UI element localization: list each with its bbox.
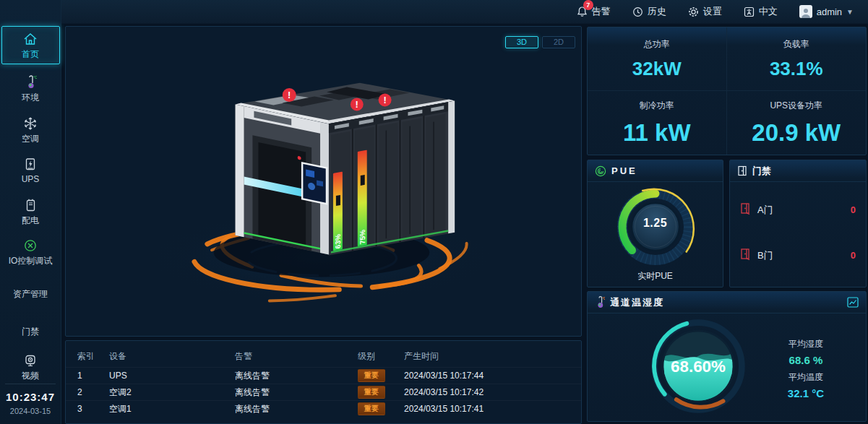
language-menu[interactable]: 中文 [744,5,778,18]
level-badge: 重要 [358,369,385,382]
camera-icon [24,353,37,368]
home-icon [23,32,38,46]
sidebar-item-ups[interactable]: UPS [1,154,60,187]
ups-battery-icon [25,157,36,171]
user-menu[interactable]: admin ▼ [799,5,854,18]
sidebar-item-label: 环境 [22,93,39,103]
cell-device: 空调2 [109,386,235,399]
rack-load-value: 63% [334,233,342,249]
cell-level: 重要 [358,402,404,415]
alarm-menu[interactable]: 告警 7 [577,5,611,18]
pue-caption: 实时PUE [637,270,673,282]
sidebar-item-video[interactable]: 视频 [1,351,60,384]
sidebar-item-label: IO控制调试 [9,256,53,266]
sidebar-item-access[interactable]: 门禁 [1,325,60,339]
pue-title: PUE [611,165,637,176]
cell-time: 2024/03/15 10:17:42 [404,387,581,397]
table-row[interactable]: 1 UPS 离线告警 重要 2024/03/15 10:17:44 [66,367,581,384]
door-open-icon [740,202,751,217]
alert-badge-icon: ! [383,95,386,105]
model-rack-row: 63% 75% [329,100,455,255]
cell-device: UPS [109,371,235,381]
cell-index: 1 [77,371,109,381]
stat-load-rate: 负载率 33.1% [727,27,867,91]
alert-badge-icon: ! [288,90,291,100]
door-icon [737,165,747,176]
sidebar: 首页 °C 环境 空调 UPS 配电 IO控制调试 资产管理 门禁 [0,0,61,424]
sidebar-item-home[interactable]: 首页 [1,26,60,64]
cell-level: 重要 [358,369,404,382]
sidebar-item-label: 空调 [22,134,39,144]
toggle-3d-button[interactable]: 3D [505,36,538,48]
alert-badge-icon: ! [356,99,358,110]
scene-panel: 63% 75% ! ! ! 3D 2D [65,26,582,337]
history-label: 历史 [648,5,666,18]
humidity-liquid-gauge: 68.60% [645,313,751,419]
gear-icon [688,7,699,17]
sidebar-clock: 10:23:47 2024-03-15 [5,384,56,424]
cell-alarm: 离线告警 [235,386,358,399]
door-count: 0 [851,250,856,261]
clock-date: 2024-03-15 [5,407,56,415]
door-count: 0 [851,204,856,215]
io-circle-x-icon [24,238,37,253]
alarm-table-header: 索引 设备 告警 级别 产生时间 [66,345,581,367]
door-row-b[interactable]: B门 0 [730,248,866,263]
sidebar-item-label: 视频 [22,371,39,381]
cell-level: 重要 [358,386,404,399]
snowflake-icon [24,116,37,131]
cell-time: 2024/03/15 10:17:41 [404,404,581,414]
env-body: 68.60% 平均湿度 68.6 % 平均温度 32.1 °C [588,313,866,419]
table-row[interactable]: 2 空调2 离线告警 重要 2024/03/15 10:17:42 [66,384,581,400]
sidebar-item-aircon[interactable]: 空调 [1,113,60,147]
col-header-device: 设备 [109,350,235,363]
toggle-2d-button[interactable]: 2D [542,36,575,48]
cell-time: 2024/03/15 10:17:44 [404,371,581,381]
pue-gauge: 1.25 [611,185,700,269]
stat-label: 制冷功率 [640,100,674,112]
env-panel-header: °C 通道温湿度 [588,292,866,313]
language-label: 中文 [759,5,778,18]
pue-value: 1.25 [611,217,700,230]
settings-menu[interactable]: 设置 [688,5,722,18]
stat-ups-power: UPS设备功率 20.9 kW [727,91,867,155]
svg-text:°C: °C [602,296,605,300]
history-clock-icon [632,7,643,17]
alarm-table-panel: 索引 设备 告警 级别 产生时间 1 UPS 离线告警 重要 2024/03/1… [65,340,582,424]
pue-panel-header: PUE [588,160,723,182]
cell-index: 3 [77,404,109,414]
alarm-count-badge: 7 [583,0,593,10]
pue-panel: PUE 1.25 [587,160,723,287]
svg-text:°C: °C [33,75,37,79]
stat-label: 负载率 [783,38,809,51]
sidebar-item-assets[interactable]: 资产管理 [1,287,60,302]
alarm-label: 告警 [592,5,611,18]
door-row-a[interactable]: A门 0 [730,202,866,217]
sidebar-item-environment[interactable]: °C 环境 [1,72,60,105]
user-avatar [799,5,812,18]
stat-cooling-power: 制冷功率 11 kW [588,91,727,155]
stat-total-power: 总功率 32kW [588,27,727,91]
trend-chart-icon[interactable] [847,297,859,308]
datacenter-3d-model[interactable]: 63% 75% ! ! ! [66,27,581,336]
stat-value: 33.1% [770,58,823,80]
history-menu[interactable]: 历史 [632,5,666,18]
humidity-gauge-value: 68.60% [671,358,726,376]
sidebar-item-label: 资产管理 [13,290,48,299]
env-panel: °C 通道温湿度 68.60% 平均湿度 [587,291,867,422]
col-header-alarm: 告警 [235,350,358,363]
thermometer-icon: °C [595,296,605,309]
pue-gauge-body: 1.25 实时PUE [588,182,723,282]
door-name: B门 [757,249,773,262]
clock-time: 10:23:47 [5,391,56,403]
sidebar-item-power[interactable]: 配电 [1,195,60,228]
username: admin [817,7,842,17]
thermometer-icon: °C [24,75,37,90]
sidebar-item-label: 配电 [22,216,39,225]
language-icon [744,7,755,17]
env-title: 通道温湿度 [610,296,664,309]
sidebar-item-label: 首页 [22,50,39,59]
level-badge: 重要 [358,402,385,415]
table-row[interactable]: 3 空调1 离线告警 重要 2024/03/15 10:17:41 [66,400,581,417]
sidebar-item-io-debug[interactable]: IO控制调试 [1,235,60,269]
